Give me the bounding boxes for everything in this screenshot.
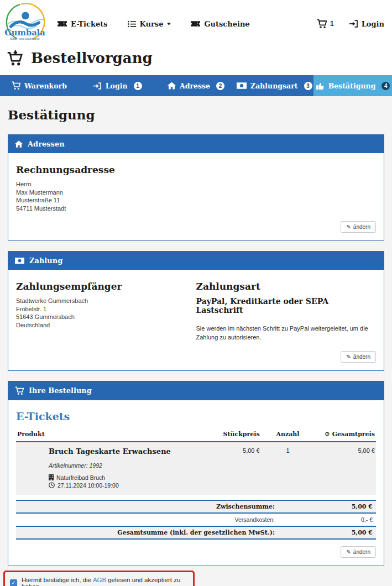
nav-item-etickets[interactable]: E-Tickets <box>58 20 108 28</box>
step-label: Zahlungsart <box>250 82 297 90</box>
payee-column: Zahlungsempfänger Stadtwerke Gummersbach… <box>16 276 196 342</box>
order-item-row: Bruch Tageskarte Erwachsene Artikelnumme… <box>16 442 376 495</box>
payee-title: Zahlungsempfänger <box>16 281 196 292</box>
col-header-product: Produkt <box>16 429 185 442</box>
item-unit-price: 5,00 € <box>185 442 261 495</box>
item-quantity: 1 <box>261 442 315 495</box>
step-label: Adresse <box>180 82 210 90</box>
change-order-button[interactable]: ✎ ändern <box>341 546 376 558</box>
terms-agb-row: ✓ Hiermit bestätige ich, dieAGBgelesen u… <box>10 575 188 586</box>
summary-shipping-row: Versandkosten: 0,- € <box>16 514 376 526</box>
payment-columns: Zahlungsempfänger Stadtwerke Gummersbach… <box>16 276 376 342</box>
product-location-label: Naturfreibad Bruch <box>56 474 105 481</box>
step-label: Bestätigung <box>328 82 376 90</box>
step-tab-warenkorb[interactable]: Warenkorb <box>0 75 79 96</box>
col-header-quantity: Anzahl <box>261 429 315 442</box>
order-panel-header: Ihre Bestellung <box>8 381 384 400</box>
change-row: ✎ ändern <box>16 221 376 233</box>
order-summary: Zwischensumme: 5,00 € Versandkosten: 0,-… <box>16 500 376 540</box>
product-cell: Bruch Tageskarte Erwachsene Artikelnumme… <box>16 442 185 495</box>
col-header-unit-price: Stückpreis <box>185 429 261 442</box>
shipping-value: 0,- € <box>315 516 373 523</box>
step-badge: 4 <box>381 82 390 90</box>
billing-address-title: Rechnungsadresse <box>16 164 376 175</box>
step-badge: 3 <box>304 82 312 90</box>
payee-address: Stadtwerke Gummersbach Fröbelstr. 1 5164… <box>16 297 196 329</box>
payee-line: Stadtwerke Gummersbach <box>16 297 196 305</box>
cart-icon <box>317 19 327 29</box>
thumbs-up-icon <box>316 81 325 90</box>
page-title-row: Bestellvorgang <box>0 48 392 75</box>
agb-text: Hiermit bestätige ich, dieAGBgelesen und… <box>22 577 188 586</box>
payment-method-title: Zahlungsart <box>196 281 377 292</box>
cart-icon <box>12 81 20 90</box>
home-icon <box>168 82 176 90</box>
change-address-button[interactable]: ✎ ändern <box>341 221 376 233</box>
product-name: Bruch Tageskarte Erwachsene <box>49 447 184 456</box>
main-content: Bestätigung Adressen Rechnungsadresse He… <box>0 96 392 586</box>
nav-item-gutscheine[interactable]: Gutscheine <box>191 20 249 28</box>
product-datetime: 27.11.2024 10:00-19:00 <box>49 482 184 489</box>
step-label: Warenkorb <box>24 82 67 90</box>
change-payment-label: ändern <box>353 354 370 360</box>
nav-item-kurse[interactable]: Kurse <box>128 20 171 28</box>
step-badge: 2 <box>216 82 224 90</box>
gear-icon[interactable]: ⚙ <box>325 431 330 438</box>
login-button[interactable]: Login <box>349 19 384 28</box>
address-line: 54711 Musterstadt <box>16 205 376 213</box>
sign-in-icon <box>93 82 102 90</box>
method-column: Zahlungsart PayPal, Kreditkarte oder SEP… <box>196 276 377 342</box>
topbar-right: 1 Login <box>317 19 386 29</box>
checkout-steps: Warenkorb Login 1 Adresse 2 Zahlungsart … <box>0 75 392 96</box>
agb-checkbox[interactable]: ✓ <box>10 579 17 586</box>
cart-button[interactable]: 1 <box>317 19 334 29</box>
step-tab-zahlungsart[interactable]: Zahlungsart 3 <box>235 75 313 96</box>
payee-line: Fröbelstr. 1 <box>16 305 196 313</box>
grand-total-label: Gesamtsumme (inkl. der gesetzlichen MwSt… <box>16 529 315 536</box>
nav-label-kurse: Kurse <box>140 20 164 28</box>
checkout-page: Gumbala Bade- und Saunaland E-Tickets <box>0 0 392 586</box>
ticket-icon <box>58 20 67 27</box>
grand-total-value: 5,00 € <box>315 529 373 536</box>
change-payment-button[interactable]: ✎ ändern <box>341 351 376 363</box>
order-panel: Ihre Bestellung E-Tickets Produkt Stückp… <box>8 381 384 566</box>
nav-label-gutscheine: Gutscheine <box>204 20 249 28</box>
billing-address: Herrn Max Mustermann Musterstraße 11 547… <box>16 180 376 212</box>
payment-panel-header: Zahlung <box>8 252 384 270</box>
step-tab-adresse[interactable]: Adresse 2 <box>157 75 236 96</box>
item-total: 5,00 € <box>315 442 376 495</box>
sign-in-icon <box>349 19 358 28</box>
main-nav: E-Tickets Kurse <box>58 20 250 28</box>
agb-link[interactable]: AGB <box>93 577 106 583</box>
building-icon <box>49 474 54 480</box>
pencil-icon: ✎ <box>346 549 351 555</box>
payee-line: 51643 Gummersbach <box>16 313 196 321</box>
step-tab-login[interactable]: Login 1 <box>79 75 157 96</box>
summary-subtotal-row: Zwischensumme: 5,00 € <box>16 500 376 514</box>
brand-logo[interactable]: Gumbala Bade- und Saunaland <box>3 1 46 48</box>
address-line: Max Mustermann <box>16 189 376 197</box>
payment-panel-body: Zahlungsempfänger Stadtwerke Gummersbach… <box>8 270 384 370</box>
ticket-icon <box>191 20 200 27</box>
shipping-label: Versandkosten: <box>16 516 315 523</box>
gumbala-logo-graphic: Gumbala Bade- und Saunaland <box>3 1 46 45</box>
brand-tagline: Bade- und Saunaland <box>11 37 40 40</box>
etickets-section-title: E-Tickets <box>16 410 376 422</box>
change-row: ✎ ändern <box>16 546 376 558</box>
payment-method-note: Sie werden im nächsten Schritt zu PayPal… <box>196 325 377 342</box>
address-line: Musterstraße 11 <box>16 196 376 205</box>
address-panel-header: Adressen <box>8 135 384 153</box>
change-order-label: ändern <box>353 549 370 555</box>
step-badge: 1 <box>134 82 142 90</box>
cart-icon <box>15 386 24 395</box>
payment-method-value: PayPal, Kreditkarte oder SEPA Lastschrif… <box>196 297 377 315</box>
cart-arrow-down-icon <box>7 50 23 66</box>
nav-label-etickets: E-Tickets <box>71 20 108 28</box>
order-panel-body: E-Tickets Produkt Stückpreis Anzahl ⚙Ges… <box>8 400 384 566</box>
caret-down-icon <box>167 23 171 25</box>
product-datetime-label: 27.11.2024 10:00-19:00 <box>58 482 119 489</box>
address-panel-title: Adressen <box>28 140 65 148</box>
clock-icon <box>49 482 55 488</box>
list-icon <box>128 20 136 28</box>
step-tab-bestaetigung[interactable]: Bestätigung 4 <box>313 75 392 96</box>
